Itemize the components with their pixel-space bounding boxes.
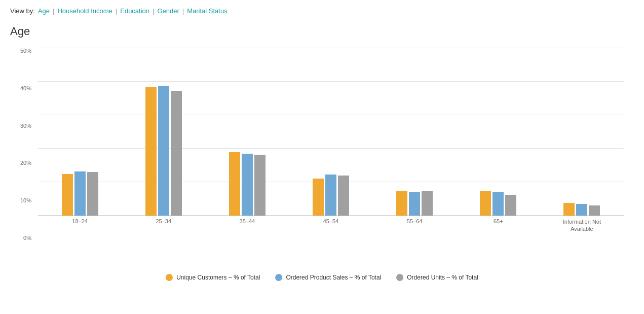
separator-1: |	[53, 7, 54, 15]
bar-gray-3	[338, 176, 349, 216]
y-label-50: 50%	[10, 48, 35, 54]
x-label-2: 35–44	[205, 218, 289, 233]
view-by-label: View by:	[10, 7, 35, 15]
bar-gray-1	[171, 91, 182, 216]
bar-orange-2	[229, 152, 240, 216]
y-label-30: 30%	[10, 123, 35, 129]
zero-line	[38, 216, 624, 216]
bar-blue-0	[74, 171, 86, 216]
bar-blue-4	[409, 192, 420, 216]
bar-blue-2	[242, 154, 253, 216]
legend-item-unique-customers: Unique Customers – % of Total	[166, 274, 260, 281]
view-by-link-gender[interactable]: Gender	[157, 7, 179, 15]
bar-group-5	[457, 191, 540, 216]
view-by-link-household-income[interactable]: Household Income	[57, 7, 112, 15]
legend-label-ordered-product-sales: Ordered Product Sales – % of Total	[286, 274, 381, 281]
legend-label-ordered-units: Ordered Units – % of Total	[407, 274, 478, 281]
x-label-3: 45–54	[289, 218, 372, 233]
bar-blue-6	[576, 204, 587, 216]
chart-container: 0% 10% 20% 30% 40% 50% 18–2425–3435–4445…	[10, 48, 634, 266]
bar-orange-1	[145, 87, 157, 216]
legend-label-unique-customers: Unique Customers – % of Total	[176, 274, 260, 281]
x-label-6: Information NotAvailable	[540, 218, 624, 233]
bar-orange-5	[480, 191, 491, 216]
y-label-20: 20%	[10, 160, 35, 166]
view-by-link-age[interactable]: Age	[38, 7, 50, 15]
bar-orange-0	[62, 174, 73, 216]
bars-area	[38, 48, 624, 216]
bar-gray-2	[254, 155, 266, 216]
bar-gray-0	[87, 172, 98, 216]
x-label-4: 55–64	[373, 218, 457, 233]
legend: Unique Customers – % of Total Ordered Pr…	[10, 271, 634, 281]
legend-dot-gray	[396, 274, 403, 281]
chart-title: Age	[10, 25, 634, 38]
bar-group-1	[122, 86, 205, 216]
bar-gray-4	[422, 191, 433, 216]
x-label-0: 18–24	[38, 218, 122, 233]
legend-item-ordered-product-sales: Ordered Product Sales – % of Total	[275, 274, 381, 281]
separator-3: |	[153, 7, 154, 15]
y-label-40: 40%	[10, 86, 35, 91]
view-by-link-education[interactable]: Education	[120, 7, 149, 15]
legend-dot-orange	[166, 274, 173, 281]
x-axis: 18–2425–3435–4445–5455–6465+Information …	[38, 218, 624, 233]
bar-group-0	[38, 171, 122, 216]
y-label-10: 10%	[10, 198, 35, 203]
bar-group-2	[205, 152, 289, 216]
y-axis: 0% 10% 20% 30% 40% 50%	[10, 48, 35, 241]
legend-dot-blue	[275, 274, 282, 281]
separator-2: |	[116, 7, 117, 15]
x-label-1: 25–34	[122, 218, 205, 233]
bar-group-4	[373, 191, 457, 216]
bar-blue-1	[158, 86, 169, 216]
bar-group-6	[540, 203, 624, 216]
bar-gray-6	[589, 205, 600, 216]
bar-orange-4	[396, 191, 407, 216]
bar-orange-3	[313, 179, 324, 216]
view-by-link-marital-status[interactable]: Marital Status	[187, 7, 227, 15]
x-label-5: 65+	[457, 218, 540, 233]
bar-blue-5	[493, 192, 504, 216]
separator-4: |	[182, 7, 184, 15]
bar-orange-6	[563, 203, 575, 216]
y-label-0: 0%	[10, 235, 35, 241]
bar-group-3	[289, 175, 372, 216]
bar-gray-5	[505, 195, 516, 216]
bar-blue-3	[325, 175, 336, 216]
legend-item-ordered-units: Ordered Units – % of Total	[396, 274, 478, 281]
view-by-bar: View by: Age | Household Income | Educat…	[10, 7, 634, 15]
